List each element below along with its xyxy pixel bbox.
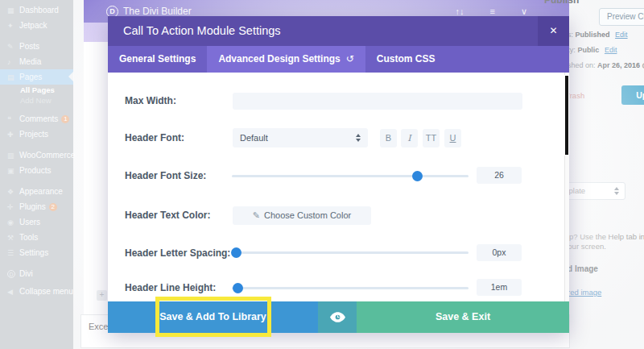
header-line-height-slider[interactable] [232, 287, 469, 289]
header-letter-spacing-slider[interactable] [232, 251, 469, 254]
sidebar-item-appearance[interactable]: ❖Appearance [0, 184, 73, 199]
header-font-label: Header Font: [125, 132, 184, 143]
admin-sidebar: ▦Dashboard ✦Jetpack ✎Posts ♪Media ▤Pages… [0, 0, 73, 349]
sidebar-item-pages[interactable]: ▤Pages [0, 69, 73, 85]
max-width-label: Max Width: [125, 95, 176, 106]
sidebar-item-label: Media [19, 57, 41, 66]
module-settings-modal: Call To Action Module Settings ✕ General… [108, 16, 569, 333]
sidebar-item-plugins[interactable]: ✛Plugins2 [0, 199, 73, 214]
choose-custom-color-button[interactable]: ✎Choose Custom Color [233, 206, 371, 225]
settings-icon: ☰ [7, 249, 19, 257]
tab-label: General Settings [119, 53, 196, 64]
sidebar-item-label: Plugins [19, 202, 46, 211]
divi-menu-icon: D [7, 270, 19, 278]
pages-icon: ▤ [7, 73, 19, 81]
header-font-value: Default [240, 133, 268, 143]
sidebar-item-label: Comments [19, 114, 58, 123]
sidebar-item-label: Divi [19, 269, 33, 278]
sidebar-item-label: Collapse menu [19, 287, 73, 296]
sidebar-item-projects[interactable]: ✚Projects [0, 127, 73, 142]
header-font-size-label: Header Font Size: [125, 170, 206, 181]
header-font-size-value[interactable]: 26 [477, 167, 522, 184]
sidebar-item-label: Tools [19, 233, 38, 242]
modal-title: Call To Action Module Settings [123, 24, 281, 37]
sidebar-item-label: Projects [19, 130, 48, 139]
sidebar-item-media[interactable]: ♪Media [0, 54, 73, 69]
tab-general-settings[interactable]: General Settings [108, 46, 207, 73]
header-font-size-slider[interactable] [232, 175, 469, 177]
sidebar-item-users[interactable]: ◉Users [0, 214, 73, 230]
modal-header: Call To Action Module Settings ✕ [108, 16, 569, 46]
products-icon: ▣ [7, 167, 19, 175]
underline-button[interactable]: U [444, 129, 461, 147]
slider-handle[interactable] [412, 171, 423, 181]
modal-footer: Save & Add To Library Save & Exit [108, 301, 569, 333]
sidebar-item-label: WooCommerce [19, 151, 75, 160]
max-width-input[interactable] [233, 93, 522, 110]
tab-custom-css[interactable]: Custom CSS [365, 46, 447, 73]
sidebar-item-label: Add New [20, 96, 52, 105]
woocommerce-icon: ▥ [7, 152, 19, 160]
header-letter-spacing-value[interactable]: 0px [477, 244, 522, 261]
sidebar-item-label: Posts [19, 42, 39, 51]
tools-icon: ⚒ [7, 234, 19, 242]
sidebar-item-label: Users [19, 218, 40, 226]
header-line-height-value[interactable]: 1em [477, 279, 522, 296]
sidebar-item-posts[interactable]: ✎Posts [0, 39, 73, 54]
slider-handle[interactable] [231, 247, 242, 258]
pen-icon: ✎ [253, 210, 260, 220]
comments-count-badge: 1 [61, 115, 69, 123]
select-arrows-icon [355, 133, 361, 143]
sidebar-item-label: Products [19, 166, 51, 175]
sidebar-item-label: All Pages [20, 85, 55, 94]
slider-handle[interactable] [233, 283, 243, 293]
users-icon: ◉ [7, 218, 19, 226]
sidebar-item-label: Pages [19, 73, 42, 81]
modal-tabs: General Settings Advanced Design Setting… [108, 46, 569, 73]
posts-icon: ✎ [7, 43, 19, 51]
tab-label: Custom CSS [377, 53, 436, 64]
sidebar-item-divi[interactable]: DDivi [0, 266, 73, 281]
header-text-color-label: Header Text Color: [125, 210, 210, 221]
uppercase-button[interactable]: TT [423, 129, 440, 147]
modal-body: Max Width: Header Font: Default B I TT U… [108, 73, 569, 301]
sidebar-item-settings[interactable]: ☰Settings [0, 245, 73, 260]
media-icon: ♪ [7, 58, 19, 66]
header-font-select[interactable]: Default [233, 128, 368, 147]
preview-button[interactable] [318, 301, 357, 333]
reset-icon[interactable]: ↺ [346, 53, 354, 64]
header-letter-spacing-label: Header Letter Spacing: [125, 247, 230, 259]
jetpack-icon: ✦ [7, 22, 19, 30]
sidebar-item-comments[interactable]: ❝Comments1 [0, 111, 73, 127]
appearance-icon: ❖ [7, 188, 19, 196]
comments-icon: ❝ [7, 115, 19, 123]
header-line-height-label: Header Line Height: [125, 282, 216, 293]
sidebar-item-tools[interactable]: ⚒Tools [0, 230, 73, 245]
italic-button[interactable]: I [401, 129, 418, 147]
plugins-icon: ✛ [7, 203, 19, 211]
modal-scrollbar-track[interactable] [564, 73, 569, 301]
sidebar-item-label: Appearance [19, 187, 63, 196]
choose-color-label: Choose Custom Color [264, 210, 351, 220]
close-icon[interactable]: ✕ [538, 16, 569, 46]
sidebar-item-jetpack[interactable]: ✦Jetpack [0, 18, 73, 33]
sidebar-item-products[interactable]: ▣Products [0, 163, 73, 178]
save-add-to-library-button[interactable]: Save & Add To Library [108, 301, 318, 333]
save-exit-button[interactable]: Save & Exit [357, 301, 569, 333]
sidebar-item-label: Jetpack [19, 21, 47, 30]
sidebar-item-woocommerce[interactable]: ▥WooCommerce [0, 147, 73, 163]
sidebar-item-label: Dashboard [19, 6, 59, 15]
tab-advanced-design-settings[interactable]: Advanced Design Settings↺ [207, 46, 365, 73]
sidebar-item-add-new[interactable]: Add New [0, 95, 73, 106]
bold-button[interactable]: B [380, 129, 397, 147]
sidebar-item-all-pages[interactable]: All Pages [0, 85, 73, 95]
modal-scrollbar-thumb[interactable] [564, 75, 569, 156]
tab-label: Advanced Design Settings [218, 53, 340, 64]
sidebar-item-label: Settings [19, 248, 48, 257]
projects-icon: ✚ [7, 131, 19, 139]
collapse-icon: ◀ [7, 288, 19, 296]
sidebar-item-dashboard[interactable]: ▦Dashboard [0, 2, 73, 18]
dashboard-icon: ▦ [7, 6, 19, 15]
sidebar-item-collapse-menu[interactable]: ◀Collapse menu [0, 284, 73, 299]
eye-icon [330, 312, 345, 322]
